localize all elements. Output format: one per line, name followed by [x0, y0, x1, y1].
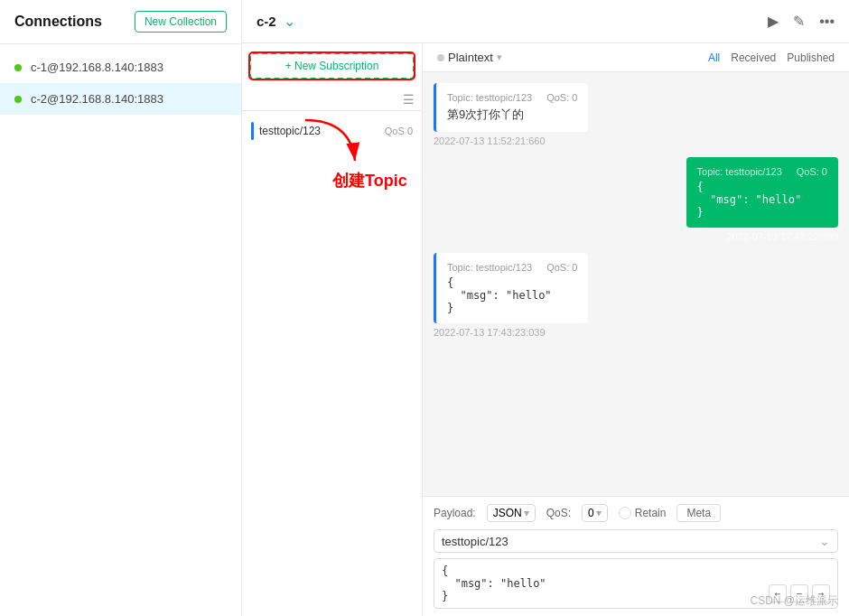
payload-nav: ← − → — [769, 584, 830, 602]
edit-icon[interactable]: ✎ — [793, 13, 805, 30]
qos-label: QoS: — [546, 507, 571, 519]
connection-list: c-1@192.168.8.140:1883 c-2@192.168.8.140… — [0, 44, 241, 122]
new-subscription-label: + New Subscription — [285, 60, 379, 72]
msg-topic-2: Topic: testtopic/123 — [447, 262, 532, 273]
nav-minus-btn[interactable]: − — [790, 584, 808, 602]
publish-bar: Payload: JSON ▾ QoS: 0 ▾ Retain Meta — [423, 496, 849, 616]
plaintext-label: Plaintext — [448, 51, 493, 64]
sub-qos-label: QoS 0 — [385, 126, 413, 136]
retain-button[interactable]: Retain — [619, 507, 667, 519]
publish-controls: Payload: JSON ▾ QoS: 0 ▾ Retain Meta — [434, 504, 838, 522]
nav-next-btn[interactable]: → — [812, 584, 830, 602]
filter-all[interactable]: All — [708, 51, 720, 64]
sidebar-title: Connections — [14, 14, 102, 30]
nav-prev-btn[interactable]: ← — [769, 584, 787, 602]
payload-type-value: JSON — [493, 507, 522, 519]
subscriptions-menu-icon[interactable]: ☰ — [403, 92, 415, 107]
connection-item-c2[interactable]: c-2@192.168.8.140:1883 — [0, 83, 241, 115]
code-line-1: { — [697, 181, 827, 193]
chevron-down-icon[interactable]: ⌄ — [284, 13, 295, 30]
payload-label: Payload: — [434, 507, 476, 519]
new-subscription-button[interactable]: + New Subscription — [249, 52, 415, 79]
payload-line-1: { — [442, 565, 830, 577]
message-received-1: Topic: testtopic/123 QoS: 0 第9次打你丫的 2022… — [434, 83, 588, 146]
messages-header: Plaintext ▾ All Received Published — [423, 43, 849, 72]
message-bubble-received-1: Topic: testtopic/123 QoS: 0 第9次打你丫的 — [434, 83, 588, 132]
msg-topic-sent-1: Topic: testtopic/123 — [697, 166, 782, 177]
subscription-list: testtopic/123 QoS 0 — [242, 111, 422, 151]
play-icon[interactable]: ▶ — [768, 13, 779, 30]
messages-panel: Plaintext ▾ All Received Published Topic… — [423, 43, 849, 616]
messages-filter: All Received Published — [708, 51, 835, 64]
qos-chevron: ▾ — [596, 507, 602, 519]
code-line-3: } — [697, 206, 827, 219]
messages-list: Topic: testtopic/123 QoS: 0 第9次打你丫的 2022… — [423, 72, 849, 496]
connection-dot-c1 — [14, 64, 22, 71]
message-bubble-received-2: Topic: testtopic/123 QoS: 0 { "msg": "he… — [434, 253, 588, 323]
msg-body-1: 第9次打你丫的 — [447, 107, 577, 123]
annotation-label: 创建Topic — [332, 170, 407, 191]
sub-header: + New Subscription — [242, 43, 422, 89]
msg-qos-2: QoS: 0 — [546, 262, 577, 273]
main-area: c-2 ⌄ ▶ ✎ ••• + New Subscription ☰ — [242, 0, 849, 616]
sidebar-header: Connections New Collection — [0, 0, 241, 44]
msg-body-sent-1: { "msg": "hello" } — [697, 181, 827, 219]
new-collection-button[interactable]: New Collection — [135, 11, 227, 33]
more-icon[interactable]: ••• — [819, 14, 835, 30]
topic-row: ⌄ — [434, 529, 838, 553]
active-connection-name: c-2 — [257, 14, 276, 29]
sidebar: Connections New Collection c-1@192.168.8… — [0, 0, 242, 616]
msg-time-2: 2022-07-13 17:43:23:039 — [434, 327, 588, 338]
connection-item-c1[interactable]: c-1@192.168.8.140:1883 — [0, 51, 241, 83]
filter-received[interactable]: Received — [731, 51, 776, 64]
sub-topic-label: testtopic/123 — [259, 125, 379, 137]
payload-type-select[interactable]: JSON ▾ — [487, 504, 536, 522]
connection-label-c1: c-1@192.168.8.140:1883 — [31, 61, 163, 74]
qos-value: 0 — [588, 507, 594, 519]
expand-icon[interactable]: ⌄ — [819, 534, 830, 548]
filter-published[interactable]: Published — [787, 51, 835, 64]
msg-meta-1: Topic: testtopic/123 QoS: 0 — [447, 92, 577, 103]
retain-label: Retain — [635, 507, 667, 519]
subscription-item[interactable]: testtopic/123 QoS 0 — [242, 115, 422, 147]
payload-type-chevron: ▾ — [524, 507, 529, 519]
msg-topic-1: Topic: testtopic/123 — [447, 92, 532, 103]
msg-qos-1: QoS: 0 — [546, 92, 577, 103]
payload-area[interactable]: { "msg": "hello" } ← − → — [434, 558, 838, 609]
qos-select[interactable]: 0 ▾ — [582, 504, 608, 522]
topbar: c-2 ⌄ ▶ ✎ ••• — [242, 0, 849, 43]
msg-qos-sent-1: QoS: 0 — [797, 166, 827, 177]
plaintext-dot — [437, 54, 444, 61]
plaintext-chevron-icon: ▾ — [497, 51, 502, 63]
msg-time-1: 2022-07-13 11:52:21:660 — [434, 135, 588, 146]
retain-circle — [619, 507, 631, 519]
topic-input[interactable] — [442, 535, 819, 548]
message-sent-1: Topic: testtopic/123 QoS: 0 { "msg": "he… — [686, 157, 838, 242]
message-received-2: Topic: testtopic/123 QoS: 0 { "msg": "he… — [434, 253, 588, 338]
code-line-2: "msg": "hello" — [697, 193, 827, 206]
msg-meta-sent-1: Topic: testtopic/123 QoS: 0 — [697, 166, 827, 177]
meta-button[interactable]: Meta — [676, 504, 721, 522]
msg-time-sent-1: 2022-07-13 17:43:22:993 — [686, 231, 838, 242]
msg-body-2: { "msg": "hello" } — [447, 276, 577, 314]
connection-label-c2: c-2@192.168.8.140:1883 — [31, 92, 163, 106]
topbar-left: c-2 ⌄ — [257, 13, 295, 30]
connection-dot-c2 — [14, 96, 22, 103]
msg-meta-2: Topic: testtopic/123 QoS: 0 — [447, 262, 577, 273]
subscriptions-panel: + New Subscription ☰ testtopic/123 QoS 0 — [242, 43, 423, 616]
content-area: + New Subscription ☰ testtopic/123 QoS 0 — [242, 43, 849, 616]
message-bubble-sent-1: Topic: testtopic/123 QoS: 0 { "msg": "he… — [686, 157, 838, 228]
sub-color-bar — [251, 122, 254, 140]
topbar-actions: ▶ ✎ ••• — [768, 13, 835, 30]
plaintext-selector[interactable]: Plaintext ▾ — [437, 51, 502, 64]
